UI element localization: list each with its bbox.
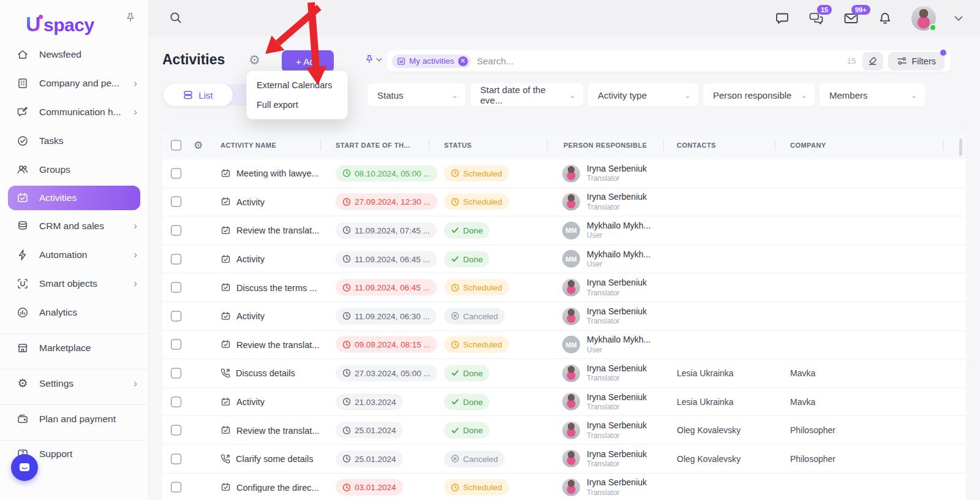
person-name[interactable]: Iryna Serbeniuk: [587, 449, 647, 460]
sidebar-item[interactable]: Communication h... ›: [0, 98, 148, 127]
table-row[interactable]: Activity 27.09.2024, 12:30 ...: [162, 188, 966, 217]
filters-button[interactable]: Filters: [888, 52, 944, 70]
sidebar-item[interactable]: Tasks: [0, 126, 148, 155]
person-avatar[interactable]: [562, 193, 580, 211]
filter-dropdown[interactable]: Activity type ⌄: [588, 83, 698, 107]
profile-chevron-down-icon[interactable]: [954, 16, 963, 21]
clear-search-button[interactable]: [862, 52, 883, 70]
company-name[interactable]: Mavka: [790, 397, 815, 407]
row-checkbox[interactable]: [171, 225, 181, 235]
row-checkbox[interactable]: [171, 197, 181, 207]
search-pin-icon[interactable]: [364, 55, 382, 64]
company-name[interactable]: Philosopher: [790, 454, 835, 464]
table-row[interactable]: Activity 21.03.2024 Done: [162, 388, 966, 417]
activity-name[interactable]: Discuss the terms ...: [236, 282, 317, 292]
table-row[interactable]: Configure the direc... 03.01.2024: [162, 474, 966, 500]
person-avatar-initials[interactable]: MM: [562, 336, 580, 354]
person-name[interactable]: Mykhailo Mykh...: [587, 335, 650, 346]
user-avatar[interactable]: [911, 6, 936, 31]
notifications-bell-icon[interactable]: [877, 10, 893, 26]
person-avatar-initials[interactable]: MM: [562, 250, 580, 268]
sidebar-item[interactable]: Newsfeed: [0, 40, 148, 69]
col-company[interactable]: COMPANY: [790, 142, 826, 149]
activity-name[interactable]: Review the translat...: [236, 425, 319, 435]
row-checkbox[interactable]: [171, 311, 181, 321]
contact-name[interactable]: Oleg Kovalevsky: [677, 425, 741, 435]
sidebar-item[interactable]: Groups: [0, 155, 148, 184]
person-name[interactable]: Iryna Serbeniuk: [587, 392, 647, 403]
search-input[interactable]: [477, 56, 847, 66]
comment-icon[interactable]: [774, 10, 790, 26]
uspacy-logo[interactable]: Uspacy: [26, 12, 94, 36]
sidebar-item[interactable]: Analytics: [0, 298, 148, 327]
my-activities-chip[interactable]: My activities ✕: [392, 55, 471, 68]
activity-name[interactable]: Configure the direc...: [236, 482, 319, 492]
activity-name[interactable]: Activity: [236, 397, 265, 407]
person-name[interactable]: Iryna Serbeniuk: [587, 306, 647, 317]
person-avatar[interactable]: [562, 279, 580, 297]
chip-close-icon[interactable]: ✕: [458, 56, 468, 66]
filter-dropdown[interactable]: Person responsible ⌄: [703, 83, 815, 107]
sidebar-item[interactable]: Automation ›: [0, 241, 148, 270]
row-checkbox[interactable]: [171, 396, 181, 407]
row-checkbox[interactable]: [171, 453, 181, 464]
filter-dropdown[interactable]: Members ⌄: [820, 83, 925, 107]
person-avatar[interactable]: [562, 307, 580, 325]
global-search-icon[interactable]: [169, 11, 183, 25]
company-name[interactable]: Philosopher: [790, 425, 835, 435]
person-avatar-initials[interactable]: MM: [562, 221, 580, 239]
activity-name[interactable]: Activity: [236, 254, 265, 264]
row-checkbox[interactable]: [171, 482, 181, 493]
company-name[interactable]: Mavka: [790, 368, 815, 378]
add-button[interactable]: + Add: [282, 50, 334, 72]
person-avatar[interactable]: [562, 422, 580, 439]
person-name[interactable]: Iryna Serbeniuk: [587, 164, 647, 175]
contact-name[interactable]: Lesia Ukrainka: [677, 368, 734, 378]
person-avatar[interactable]: [562, 393, 580, 411]
filter-dropdown[interactable]: Status ⌄: [368, 83, 466, 107]
tab-list[interactable]: List: [164, 84, 233, 106]
row-checkbox[interactable]: [171, 368, 181, 378]
person-name[interactable]: Iryna Serbeniuk: [587, 477, 647, 488]
sidebar-item[interactable]: Plan and payment: [0, 404, 148, 433]
activity-name[interactable]: Review the translat...: [236, 339, 319, 349]
sidebar-item[interactable]: ⚙ Settings ›: [0, 369, 148, 398]
activity-name[interactable]: Meeting with lawye...: [236, 169, 319, 178]
table-row[interactable]: Meeting with lawye... 08.10.2024, 05:00 …: [162, 159, 966, 188]
person-avatar[interactable]: [562, 364, 580, 382]
person-name[interactable]: Iryna Serbeniuk: [587, 192, 647, 203]
person-name[interactable]: Iryna Serbeniuk: [587, 420, 647, 431]
activity-name[interactable]: Review the translat...: [236, 225, 319, 235]
row-checkbox[interactable]: [171, 339, 181, 350]
sidebar-item[interactable]: Company and pe... ›: [0, 69, 148, 98]
activity-name[interactable]: Clarify some details: [236, 454, 314, 464]
col-status[interactable]: STATUS: [444, 142, 472, 149]
row-checkbox[interactable]: [171, 168, 181, 178]
menu-item[interactable]: Full export: [247, 95, 347, 115]
person-avatar[interactable]: [562, 450, 580, 468]
table-row[interactable]: Discuss details 27.03.2024, 05:00 ...: [162, 359, 966, 388]
page-settings-gear-icon[interactable]: ⚙: [249, 53, 260, 67]
table-row[interactable]: Clarify some details 25.01.2024: [162, 445, 966, 474]
person-avatar[interactable]: [562, 164, 580, 182]
person-name[interactable]: Iryna Serbeniuk: [587, 278, 647, 289]
person-name[interactable]: Mykhailo Mykh...: [587, 249, 650, 260]
contact-name[interactable]: Oleg Kovalevsky: [677, 454, 741, 464]
row-checkbox[interactable]: [171, 254, 181, 264]
row-checkbox[interactable]: [171, 282, 181, 293]
table-row[interactable]: Review the translat... 25.01.2024: [162, 416, 966, 445]
contact-name[interactable]: Lesia Ukrainka: [677, 397, 734, 407]
activity-name[interactable]: Activity: [236, 197, 265, 206]
row-checkbox[interactable]: [171, 425, 181, 436]
col-contacts[interactable]: CONTACTS: [677, 142, 716, 149]
sidebar-item[interactable]: CRM and sales ›: [0, 212, 148, 241]
person-avatar[interactable]: [562, 479, 580, 496]
select-all-checkbox[interactable]: [171, 140, 181, 150]
support-chat-launcher[interactable]: [11, 454, 38, 481]
col-activity-name[interactable]: ACTIVITY NAME: [221, 142, 276, 149]
chats-icon[interactable]: 15: [809, 10, 824, 26]
person-name[interactable]: Mykhailo Mykh...: [587, 221, 650, 232]
col-start-date[interactable]: START DATE OF TH...: [336, 142, 410, 149]
table-row[interactable]: Review the translat... 09.09.2024, 08:15…: [162, 331, 966, 360]
person-name[interactable]: Iryna Serbeniuk: [587, 363, 647, 374]
